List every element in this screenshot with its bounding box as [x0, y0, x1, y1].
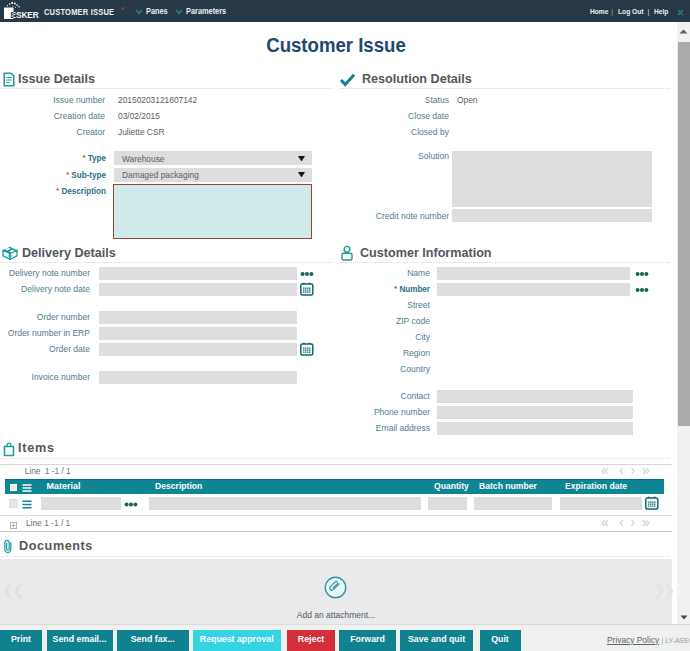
svg-text:ESKER: ESKER: [11, 11, 39, 20]
